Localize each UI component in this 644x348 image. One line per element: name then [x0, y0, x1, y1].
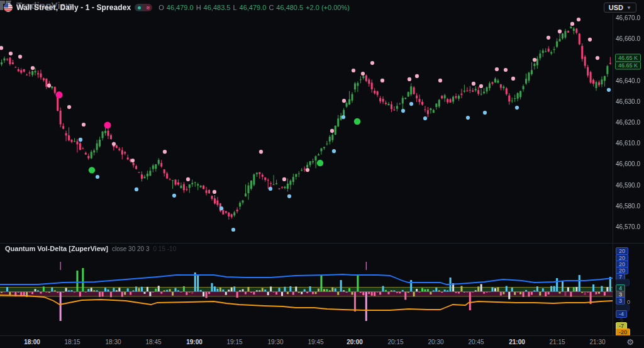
pane-separator[interactable]: [0, 243, 644, 244]
indicator-legend: Quantum Vol-Delta [ZuperView] close 30 2…: [5, 245, 176, 252]
time-tick-label: 20:45: [468, 339, 484, 345]
price-tick-label: 46,670.0: [616, 14, 640, 21]
tradingview-chart-window: TradingView Wall Street, Daily - 1 - Spr…: [0, 0, 644, 348]
time-tick-label: 19:00: [186, 339, 203, 345]
chart-legend: Wall Street, Daily - 1 - Spreadex ≋ O 46…: [4, 3, 350, 13]
price-tick-label: 46,590.0: [616, 182, 640, 189]
time-tick-label: 20:30: [428, 339, 443, 345]
symbol-title[interactable]: Wall Street, Daily - 1 - Spreadex: [16, 3, 131, 12]
time-tick-label: 20:15: [387, 339, 403, 345]
close-value: 46,480.5: [276, 4, 303, 11]
price-tick-label: 46,600.0: [616, 160, 640, 167]
time-tick-label: 21:00: [509, 339, 525, 345]
high-label: H: [196, 4, 201, 11]
time-tick-label: 18:00: [24, 339, 40, 345]
chevron-down-icon: ▼: [626, 5, 631, 11]
close-label: C: [269, 4, 274, 11]
indicator-scale[interactable]: 2020202074330-4-5-7-20: [613, 243, 644, 335]
price-tick-label: 46,640.0: [616, 77, 640, 84]
last-price-badge: 46.65 K: [615, 62, 641, 70]
price-tick-label: 46,660.0: [616, 35, 640, 42]
indicator-title[interactable]: Quantum Vol-Delta [ZuperView]: [5, 245, 108, 252]
signal-toggle-chip[interactable]: ≋: [135, 4, 152, 11]
us-flag-icon: [4, 3, 13, 12]
low-label: L: [233, 4, 236, 11]
time-axis[interactable]: 18:0018:1518:3018:4519:0019:1519:3019:45…: [0, 335, 644, 348]
time-tick-label: 21:15: [549, 339, 565, 345]
time-tick-label: 19:45: [308, 339, 323, 345]
indicator-scale-badge: 3: [616, 297, 625, 305]
time-tick-label: 18:30: [105, 339, 121, 345]
ohlc-readout: O 46,479.0 H 46,483.5 L 46,479.0 C 46,48…: [158, 4, 350, 11]
price-tick-label: 46,610.0: [616, 140, 640, 147]
open-label: O: [158, 4, 164, 11]
currency-selector[interactable]: USD ▼: [604, 3, 636, 13]
low-value: 46,479.0: [240, 4, 267, 11]
open-value: 46,479.0: [167, 4, 194, 11]
indicator-params: close 30 20 3: [112, 245, 150, 252]
price-tick-label: 46,570.0: [616, 223, 640, 230]
time-tick-label: 19:30: [267, 339, 283, 345]
time-tick-label: 19:15: [226, 339, 242, 345]
pink-wave-toggle-icon: ≋: [143, 4, 152, 11]
change-value: +2.0 (+0.00%): [306, 4, 350, 11]
time-tick-label: 20:00: [347, 339, 363, 345]
price-tick-label: 46,620.0: [616, 119, 640, 126]
price-chart-canvas[interactable]: [0, 0, 644, 348]
currency-label: USD: [609, 4, 623, 11]
time-tick-label: 18:15: [64, 339, 80, 345]
price-tick-label: 46,580.0: [616, 203, 640, 210]
time-tick-label: 18:45: [145, 339, 161, 345]
price-tick-label: 46,630.0: [616, 98, 640, 105]
high-value: 46,483.5: [204, 4, 231, 11]
indicator-params-faint: 0 15 -10: [153, 245, 177, 252]
settings-gear-icon[interactable]: ⚙: [626, 337, 634, 347]
green-dot-toggle-icon: [135, 4, 143, 11]
time-tick-label: 21:30: [589, 339, 605, 345]
